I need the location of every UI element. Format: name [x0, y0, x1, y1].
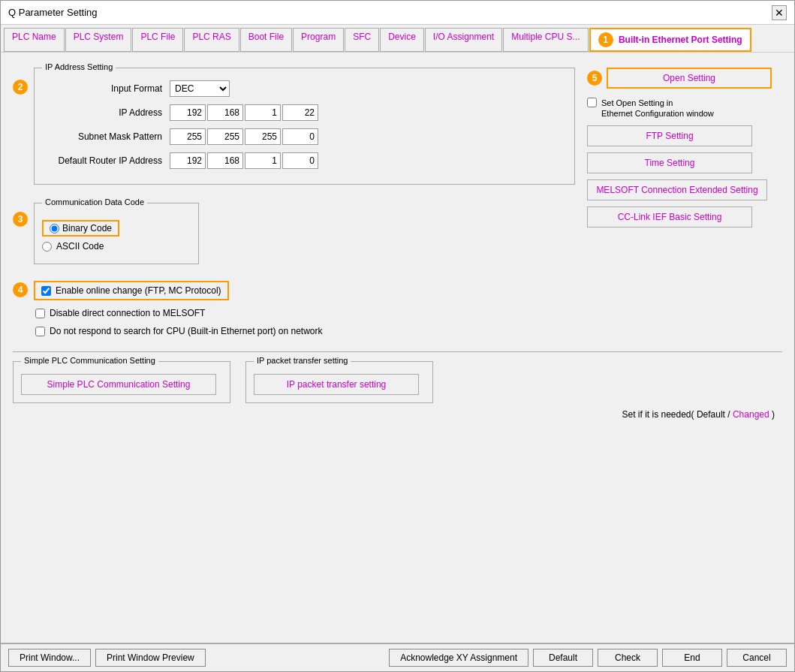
tab-plc-system[interactable]: PLC System	[65, 28, 132, 52]
default-router-inputs	[170, 152, 318, 169]
input-format-row: Input Format DEC HEX	[42, 80, 567, 97]
badge-4: 4	[13, 282, 28, 297]
simple-plc-button[interactable]: Simple PLC Communication Setting	[21, 374, 216, 395]
tab-sfc[interactable]: SFC	[345, 28, 379, 52]
enable-online-box: Enable online change (FTP, MC Protocol)	[34, 281, 229, 300]
separator	[13, 351, 782, 352]
badge-2: 2	[13, 80, 28, 95]
right-panel: 5 Open Setting Set Open Setting inEthern…	[587, 68, 782, 342]
ip-octet-3[interactable]	[245, 104, 281, 121]
comm-data-code-title: Communication Data Code	[42, 197, 147, 206]
set-info-suffix: )	[772, 409, 775, 420]
set-info-prefix: Set if it is needed(	[622, 409, 694, 420]
ip-packet-title: IP packet transfer setting	[254, 356, 351, 365]
radio-ascii-input[interactable]	[42, 242, 52, 252]
ip-octet-2[interactable]	[207, 104, 243, 121]
print-window-button[interactable]: Print Window...	[8, 649, 91, 667]
close-button[interactable]: ✕	[772, 5, 787, 20]
ip-octet-4[interactable]	[282, 104, 318, 121]
default-router-label: Default Router IP Address	[42, 155, 170, 166]
simple-plc-title: Simple PLC Communication Setting	[21, 356, 158, 365]
footer: Print Window... Print Window Preview Ack…	[1, 643, 794, 671]
window-title: Q Parameter Setting	[8, 7, 98, 18]
time-setting-button[interactable]: Time Setting	[587, 152, 752, 173]
radio-binary-input[interactable]	[50, 224, 59, 234]
tab-io-assignment[interactable]: I/O Assignment	[425, 28, 502, 52]
set-info-changed: Changed	[733, 409, 769, 420]
tab-boot-file[interactable]: Boot File	[240, 28, 292, 52]
acknowledge-xy-button[interactable]: Acknowledge XY Assignment	[389, 649, 528, 667]
set-info-slash: /	[727, 409, 733, 420]
set-open-row: Set Open Setting inEthernet Configuratio…	[587, 98, 714, 119]
disable-direct-checkbox[interactable]	[35, 309, 45, 318]
set-info: Set if it is needed( Default / Changed )	[13, 409, 782, 420]
input-format-select[interactable]: DEC HEX	[170, 80, 230, 97]
ip-address-row: IP Address	[42, 104, 567, 121]
badge-5: 5	[587, 71, 602, 86]
bottom-panels: Simple PLC Communication Setting Simple …	[13, 361, 782, 403]
enable-online-checkbox[interactable]	[41, 286, 51, 296]
tab-plc-name[interactable]: PLC Name	[4, 28, 65, 52]
router-octet-3[interactable]	[245, 152, 281, 169]
subnet-octet-4[interactable]	[282, 128, 318, 145]
disable-direct-row: Disable direct connection to MELSOFT	[35, 308, 575, 318]
subnet-mask-row: Subnet Mask Pattern	[42, 128, 567, 145]
tab-builtin-ethernet[interactable]: 1 Built-in Ethernet Port Setting	[589, 28, 751, 52]
tab-plc-ras[interactable]: PLC RAS	[184, 28, 239, 52]
disable-direct-label: Disable direct connection to MELSOFT	[50, 308, 205, 318]
subnet-octet-1[interactable]	[170, 128, 206, 145]
cclink-button[interactable]: CC-Link IEF Basic Setting	[587, 206, 752, 228]
set-open-checkbox[interactable]	[587, 98, 597, 107]
tab-badge-1: 1	[598, 32, 613, 47]
subnet-octet-3[interactable]	[245, 128, 281, 145]
ip-address-group-title: IP Address Setting	[42, 62, 116, 71]
subnet-octet-2[interactable]	[207, 128, 243, 145]
ip-octet-1[interactable]	[170, 104, 206, 121]
main-window: Q Parameter Setting ✕ PLC Name PLC Syste…	[0, 0, 795, 672]
set-open-label: Set Open Setting inEthernet Configuratio…	[601, 98, 714, 119]
ip-address-group: IP Address Setting Input Format DEC HEX …	[34, 68, 575, 185]
ip-packet-panel: IP packet transfer setting IP packet tra…	[245, 361, 433, 403]
do-not-respond-row: Do not respond to search for CPU (Built-…	[35, 326, 575, 336]
ip-address-inputs	[170, 104, 318, 121]
title-bar: Q Parameter Setting ✕	[1, 1, 794, 25]
tab-multiple-cpu[interactable]: Multiple CPU S...	[503, 28, 588, 52]
router-octet-2[interactable]	[207, 152, 243, 169]
print-preview-button[interactable]: Print Window Preview	[95, 649, 206, 667]
open-setting-button[interactable]: Open Setting	[607, 68, 772, 89]
ip-packet-button[interactable]: IP packet transfer setting	[254, 374, 419, 395]
simple-plc-panel: Simple PLC Communication Setting Simple …	[13, 361, 230, 403]
default-button[interactable]: Default	[533, 649, 593, 667]
comm-data-code-group: Communication Data Code Binary Code AS	[34, 203, 199, 264]
ip-address-label: IP Address	[42, 107, 170, 118]
radio-group: Binary Code ASCII Code	[42, 215, 191, 256]
ftp-setting-button[interactable]: FTP Setting	[587, 125, 752, 146]
radio-ascii: ASCII Code	[42, 241, 191, 252]
set-info-default: Default	[697, 409, 725, 420]
tab-program[interactable]: Program	[293, 28, 344, 52]
left-panel: 2 IP Address Setting Input Format DEC HE…	[13, 68, 575, 342]
default-router-row: Default Router IP Address	[42, 152, 567, 169]
radio-ascii-label: ASCII Code	[56, 241, 104, 252]
melsoft-connection-button[interactable]: MELSOFT Connection Extended Setting	[587, 179, 767, 200]
subnet-mask-label: Subnet Mask Pattern	[42, 131, 170, 142]
main-content: 2 IP Address Setting Input Format DEC HE…	[1, 53, 794, 643]
router-octet-4[interactable]	[282, 152, 318, 169]
enable-online-label: Enable online change (FTP, MC Protocol)	[56, 285, 221, 296]
input-format-label: Input Format	[42, 83, 170, 94]
tab-plc-file[interactable]: PLC File	[132, 28, 183, 52]
check-button[interactable]: Check	[598, 649, 658, 667]
cancel-button[interactable]: Cancel	[727, 649, 787, 667]
subnet-mask-inputs	[170, 128, 318, 145]
do-not-respond-checkbox[interactable]	[35, 327, 45, 336]
radio-binary-label: Binary Code	[62, 223, 112, 234]
tab-bar: PLC Name PLC System PLC File PLC RAS Boo…	[1, 25, 794, 53]
end-button[interactable]: End	[662, 649, 722, 667]
radio-binary: Binary Code	[42, 220, 191, 237]
router-octet-1[interactable]	[170, 152, 206, 169]
main-area: 2 IP Address Setting Input Format DEC HE…	[13, 68, 782, 342]
do-not-respond-label: Do not respond to search for CPU (Built-…	[50, 326, 323, 336]
badge-3: 3	[13, 212, 28, 227]
tab-device[interactable]: Device	[380, 28, 424, 52]
